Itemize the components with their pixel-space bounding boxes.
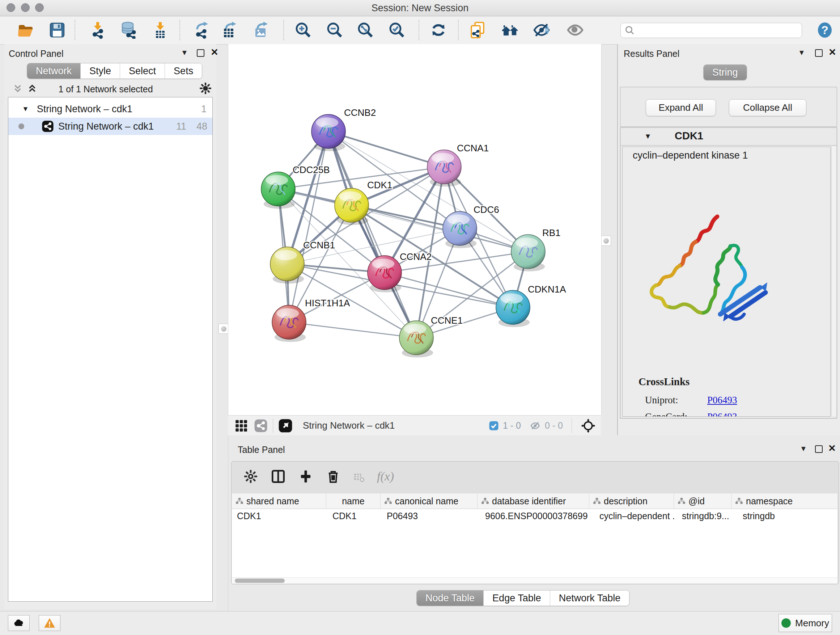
network-node-HIST1H1A[interactable] xyxy=(272,305,306,342)
node-table: shared name name canonical name database… xyxy=(232,494,837,578)
import-network-from-database-icon[interactable] xyxy=(120,21,137,39)
table-hscrollbar-thumb[interactable] xyxy=(235,578,285,583)
network-view-icon[interactable] xyxy=(254,419,268,432)
column-header-at-id[interactable]: @id xyxy=(674,494,731,509)
zoom-out-icon[interactable] xyxy=(326,21,343,39)
network-canvas[interactable]: CCNB2CCNA1CDC25BCDK1CDC6RB1CCNB1CCNA2CDK… xyxy=(228,44,602,415)
search-input[interactable] xyxy=(638,25,802,36)
table-options-gear-icon[interactable] xyxy=(243,469,258,486)
warnings-button[interactable] xyxy=(39,615,60,631)
cloud-services-button[interactable] xyxy=(8,615,30,631)
float-panel-icon[interactable] xyxy=(197,49,204,57)
node-label-CCNB2: CCNB2 xyxy=(344,107,376,118)
uniprot-link[interactable]: P06493 xyxy=(707,394,737,405)
export-network-icon[interactable] xyxy=(193,21,210,39)
cell-database-identifier[interactable]: 9606.ENSP00000378699 xyxy=(485,509,590,523)
network-node-CDK1[interactable] xyxy=(335,188,369,225)
close-panel-icon[interactable]: ✕ xyxy=(829,49,836,55)
help-icon[interactable]: ? xyxy=(816,21,834,39)
network-row-selected[interactable]: String Network – cdk1 11 48 xyxy=(8,118,212,135)
collapse-panel-icon[interactable]: ▼ xyxy=(181,49,188,57)
zoom-in-icon[interactable] xyxy=(294,21,312,39)
fit-selected-crosshair-icon[interactable] xyxy=(581,418,596,433)
column-header-shared-name[interactable]: shared name xyxy=(232,494,326,509)
network-options-gear-icon[interactable] xyxy=(199,82,212,96)
tab-string[interactable]: String xyxy=(704,65,747,80)
column-header-description[interactable]: description xyxy=(589,494,674,509)
column-header-database-identifier[interactable]: database identifier xyxy=(477,494,589,509)
zoom-selected-icon[interactable] xyxy=(388,21,406,39)
network-node-CDC25B[interactable] xyxy=(261,172,295,209)
network-edge[interactable] xyxy=(352,205,528,252)
close-panel-icon[interactable]: ✕ xyxy=(828,445,836,451)
cell-namespace[interactable]: stringdb xyxy=(743,509,797,523)
close-panel-icon[interactable]: ✕ xyxy=(210,49,218,55)
gene-expander-icon[interactable]: ▼ xyxy=(644,132,652,141)
show-hidden-icon[interactable] xyxy=(567,21,584,39)
network-collection-row[interactable]: ▼ String Network – cdk1 1 xyxy=(8,100,212,118)
table-hscrollbar[interactable] xyxy=(232,578,837,584)
export-image-icon[interactable] xyxy=(253,21,270,39)
delete-table-icon xyxy=(353,472,365,486)
cell-canonical-name[interactable]: P06493 xyxy=(387,509,475,523)
cell-shared-name[interactable]: CDK1 xyxy=(237,509,324,523)
memory-status-dot xyxy=(782,618,791,628)
tab-edge-table[interactable]: Edge Table xyxy=(483,591,550,606)
network-node-CCNB1[interactable] xyxy=(270,247,304,284)
network-node-RB1[interactable] xyxy=(511,234,545,272)
network-edge[interactable] xyxy=(289,322,416,338)
network-node-CCNE1[interactable] xyxy=(399,321,433,358)
float-panel-icon[interactable] xyxy=(815,49,823,57)
tab-sets[interactable]: Sets xyxy=(164,63,202,79)
tab-network-table[interactable]: Network Table xyxy=(550,591,630,606)
apply-layout-icon[interactable] xyxy=(430,21,447,39)
cell-at-id[interactable]: stringdb:9... xyxy=(682,509,729,523)
grid-view-icon[interactable] xyxy=(234,419,248,432)
network-edge[interactable] xyxy=(289,131,328,322)
collapse-panel-icon[interactable]: ▼ xyxy=(800,445,807,453)
column-header-canonical-name[interactable]: canonical name xyxy=(381,494,477,509)
network-node-CDKN1A[interactable] xyxy=(496,290,530,327)
network-node-CCNA2[interactable] xyxy=(368,256,401,293)
network-node-CCNA1[interactable] xyxy=(427,150,461,187)
tab-network[interactable]: Network xyxy=(27,63,80,79)
memory-button[interactable]: Memory xyxy=(778,614,832,632)
viewbar-separator xyxy=(273,418,273,433)
zoom-fit-content-icon[interactable] xyxy=(357,21,374,39)
export-table-icon[interactable] xyxy=(221,21,238,39)
cell-name[interactable]: CDK1 xyxy=(332,509,379,523)
search-field[interactable] xyxy=(621,23,802,38)
collection-expander-icon[interactable]: ▼ xyxy=(22,105,29,113)
open-session-icon[interactable] xyxy=(17,21,34,39)
collapse-all-button[interactable]: Collapse All xyxy=(729,99,806,116)
genecard-link[interactable]: P06493 xyxy=(707,411,737,417)
hide-selected-icon[interactable] xyxy=(533,21,550,39)
delete-column-icon[interactable] xyxy=(325,469,341,486)
expand-all-button[interactable]: Expand All xyxy=(646,99,716,116)
network-edge[interactable] xyxy=(328,131,444,167)
network-node-CCNB2[interactable] xyxy=(311,114,346,151)
add-column-icon[interactable] xyxy=(298,469,313,486)
tab-node-table[interactable]: Node Table xyxy=(417,591,483,606)
network-node-CDC6[interactable] xyxy=(443,211,477,249)
column-header-namespace[interactable]: namespace xyxy=(731,494,837,509)
left-splitter-handle[interactable] xyxy=(218,324,229,334)
tab-select[interactable]: Select xyxy=(120,63,164,79)
right-splitter-handle[interactable] xyxy=(601,236,611,246)
column-header-name[interactable]: name xyxy=(326,494,381,509)
save-session-icon[interactable] xyxy=(49,21,66,39)
show-all-networks-icon[interactable] xyxy=(501,21,519,39)
import-network-from-file-icon[interactable] xyxy=(89,21,106,39)
control-panel-title: Control Panel xyxy=(9,49,63,59)
cell-description[interactable]: cyclin–dependent ... xyxy=(600,509,676,523)
show-columns-icon[interactable] xyxy=(271,469,286,486)
float-panel-icon[interactable] xyxy=(815,445,823,453)
table-panel: Table Panel ▼ ✕ f(x) xyxy=(228,435,840,611)
copy-network-icon[interactable] xyxy=(469,21,486,39)
collapse-panel-icon[interactable]: ▼ xyxy=(798,49,805,57)
import-table-from-file-icon[interactable] xyxy=(152,21,169,39)
string-network-graph[interactable]: CCNB2CCNA1CDC25BCDK1CDC6RB1CCNB1CCNA2CDK… xyxy=(228,44,601,415)
tab-style[interactable]: Style xyxy=(80,63,120,79)
results-scrollbar[interactable] xyxy=(831,147,836,416)
birds-eye-view-icon[interactable] xyxy=(278,418,293,433)
